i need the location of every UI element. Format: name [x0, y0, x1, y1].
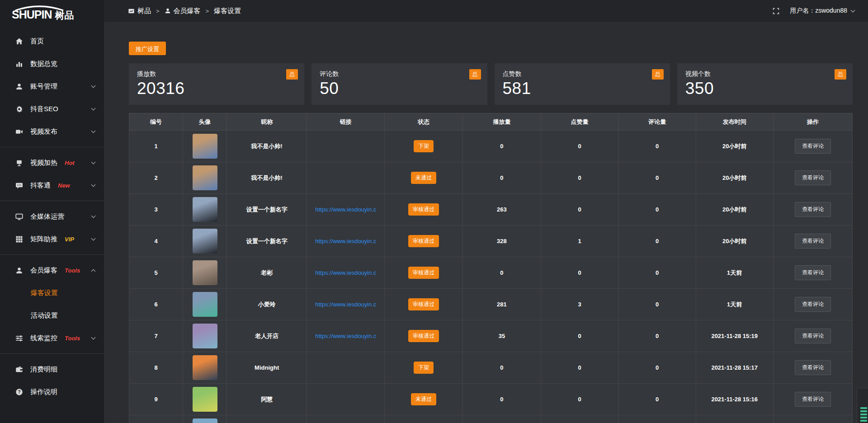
video-link[interactable]: https://www.iesdouyin.c [307, 333, 384, 339]
cell-actions [773, 415, 852, 423]
chevron-up-icon [91, 269, 96, 273]
sidebar-item-label: 线索监控 [30, 334, 57, 343]
cell-comments: 0 [618, 194, 696, 226]
gear-icon [15, 105, 24, 113]
view-comments-button[interactable]: 查看评论 [795, 360, 831, 375]
cell-plays: 328 [463, 226, 541, 257]
cell-comments: 0 [618, 352, 696, 384]
sidebar: SHUPIN 树品 首页数据总览账号管理抖音SEO视频发布视频加热Hot抖客通N… [0, 0, 104, 423]
cell-link: https://www.iesdouyin.c [307, 226, 385, 257]
cell-status: 下架 [385, 131, 463, 162]
cell-avatar [183, 194, 227, 226]
avatar [193, 418, 217, 423]
cell-publish-time: 20小时前 [696, 194, 773, 226]
service-widget[interactable] [857, 388, 868, 423]
view-comments-button[interactable]: 查看评论 [795, 234, 831, 249]
video-link[interactable]: https://www.iesdouyin.c [307, 206, 384, 213]
sidebar-item-douketong[interactable]: 抖客通New [0, 174, 104, 197]
sidebar-subitem-baoke-settings[interactable]: 爆客设置 [0, 282, 104, 304]
video-link[interactable]: https://www.iesdouyin.c [307, 269, 384, 276]
total-badge: 总 [835, 69, 846, 80]
sidebar-item-operation-guide[interactable]: ?操作说明 [0, 381, 104, 403]
cell-publish-time: 2021-11-28 15:16 [696, 384, 773, 415]
sidebar-item-matrix-boost[interactable]: 矩阵助推VIP [0, 228, 104, 250]
service-widget-bar [860, 410, 867, 412]
cell-likes: 0 [541, 320, 618, 352]
camera-icon [15, 127, 24, 136]
cell-likes [541, 415, 618, 423]
cell-status: 审核通过 [385, 226, 463, 257]
sidebar-subitem-activity-settings[interactable]: 活动设置 [0, 304, 104, 327]
sidebar-item-data-overview[interactable]: 数据总览 [0, 52, 104, 75]
breadcrumb-item-shupin[interactable]: 树品 [137, 7, 151, 15]
view-comments-button[interactable]: 查看评论 [795, 265, 831, 280]
breadcrumb-item-member-baoke[interactable]: 会员爆客 [174, 7, 201, 15]
table-row: 7老人开店https://www.iesdouyin.c审核通过35002021… [129, 320, 853, 352]
logo-arc-icon [13, 4, 66, 11]
stat-cards: 播放数 20316 总 评论数 50 总 点赞数 581 总 视频个数 350 … [129, 63, 853, 105]
col-actions: 操作 [773, 113, 852, 131]
status-badge: 审核通过 [408, 235, 439, 247]
avatar [193, 324, 217, 348]
view-comments-button[interactable]: 查看评论 [795, 139, 831, 154]
avatar [193, 387, 217, 412]
menu-badge: VIP [65, 236, 74, 243]
cell-nickname: 我不是小帅! [227, 162, 307, 194]
sidebar-item-label: 矩阵助推 [30, 235, 57, 244]
total-badge: 总 [286, 69, 298, 80]
cell-link [307, 131, 385, 162]
cell-nickname: 老彬 [227, 257, 307, 289]
sidebar-item-douyin-seo[interactable]: 抖音SEO [0, 98, 104, 120]
view-comments-button[interactable]: 查看评论 [795, 170, 831, 185]
table-row: 5老彬https://www.iesdouyin.c审核通过0001天前查看评论 [129, 257, 853, 289]
col-number: 编号 [129, 113, 183, 131]
video-table: 编号 头像 昵称 链接 状态 播放量 点赞量 评论量 发布时间 操作 1我不是小… [129, 113, 853, 423]
cell-actions: 查看评论 [773, 352, 852, 384]
user-icon [165, 8, 171, 14]
table-header-row: 编号 头像 昵称 链接 状态 播放量 点赞量 评论量 发布时间 操作 [129, 113, 853, 131]
sidebar-item-label: 全媒体运营 [30, 212, 64, 221]
view-comments-button[interactable]: 查看评论 [795, 297, 831, 312]
breadcrumb-item-baoke-settings: 爆客设置 [214, 7, 241, 15]
cell-comments: 0 [618, 131, 696, 162]
promo-settings-button[interactable]: 推广设置 [129, 42, 166, 55]
cell-publish-time: 20小时前 [696, 226, 773, 257]
status-badge: 审核通过 [408, 298, 439, 310]
sidebar-item-video-publish[interactable]: 视频发布 [0, 120, 104, 143]
video-link[interactable]: https://www.iesdouyin.c [307, 301, 384, 308]
cell-actions: 查看评论 [773, 131, 852, 162]
cell-avatar [183, 257, 227, 289]
cell-comments [618, 415, 696, 423]
sidebar-item-member-baoke[interactable]: 会员爆客Tools [0, 259, 104, 282]
cell-link: https://www.iesdouyin.c [307, 320, 385, 352]
col-plays: 播放量 [463, 113, 541, 131]
cell-publish-time: 1天前 [696, 257, 773, 289]
sidebar-item-home[interactable]: 首页 [0, 30, 104, 52]
user-menu[interactable]: 用户名：zswodun88 [790, 7, 854, 15]
cell-comments: 0 [618, 384, 696, 415]
service-widget-bar [860, 414, 867, 415]
cell-avatar [183, 131, 227, 162]
sidebar-item-label: 首页 [30, 37, 44, 46]
view-comments-button[interactable]: 查看评论 [795, 329, 831, 343]
sidebar-item-clue-monitor[interactable]: 线索监控Tools [0, 327, 104, 349]
sidebar-item-account-management[interactable]: 账号管理 [0, 75, 104, 98]
sidebar-item-video-heat[interactable]: 视频加热Hot [0, 151, 104, 174]
table-row: 3设置一个新名字https://www.iesdouyin.c审核通过26300… [129, 194, 853, 226]
cell-plays: 0 [463, 257, 541, 289]
cell-publish-time: 2021-11-28 15:17 [696, 352, 773, 384]
table-row [129, 415, 853, 423]
cell-number: 3 [129, 194, 183, 226]
video-link[interactable]: https://www.iesdouyin.c [307, 238, 384, 244]
stat-card-label: 视频个数 [685, 70, 844, 78]
sidebar-item-consumption-detail[interactable]: 消费明细 [0, 358, 104, 381]
view-comments-button[interactable]: 查看评论 [795, 202, 831, 217]
cell-publish-time [696, 415, 773, 423]
cell-number: 9 [129, 384, 183, 415]
avatar [193, 260, 217, 285]
view-comments-button[interactable]: 查看评论 [795, 392, 831, 407]
sidebar-item-media-operation[interactable]: 全媒体运营 [0, 205, 104, 228]
stat-card-value: 581 [503, 79, 662, 98]
fullscreen-icon[interactable] [772, 7, 780, 15]
svg-text:?: ? [18, 389, 20, 394]
